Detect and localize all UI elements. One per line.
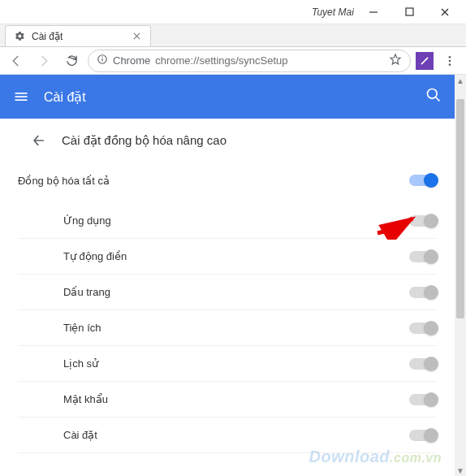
sync-item-toggle[interactable] [409, 287, 437, 298]
menu-button[interactable] [438, 50, 461, 72]
svg-rect-3 [101, 57, 102, 58]
scroll-up-arrow-icon[interactable]: ▲ [455, 75, 466, 86]
sync-all-toggle[interactable] [409, 175, 437, 186]
sync-item-toggle[interactable] [409, 430, 437, 441]
back-arrow-icon[interactable] [31, 132, 47, 149]
tab-close-button[interactable] [131, 31, 142, 42]
hamburger-icon[interactable] [13, 89, 29, 105]
sync-subheader: Cài đặt đồng bộ hóa nâng cao [0, 119, 455, 162]
sync-item-toggle[interactable] [409, 215, 437, 227]
sync-item-row: Tiện ích [18, 310, 437, 346]
vertical-scrollbar[interactable]: ▲ ▼ [455, 75, 466, 476]
reload-button[interactable] [60, 50, 83, 72]
back-button[interactable] [5, 50, 28, 72]
settings-header-title: Cài đặt [44, 89, 86, 105]
extension-icon[interactable] [416, 52, 434, 70]
sync-item-toggle[interactable] [409, 251, 437, 262]
gear-icon [14, 31, 25, 42]
sync-item-toggle[interactable] [409, 358, 437, 370]
svg-rect-7 [15, 93, 28, 94]
star-icon[interactable] [389, 53, 402, 68]
sync-item-toggle[interactable] [409, 394, 437, 405]
sync-item-row: Lịch sử [18, 346, 437, 382]
sync-item-row: Dấu trang [18, 275, 437, 310]
svg-point-5 [449, 59, 451, 62]
svg-rect-9 [15, 99, 28, 101]
tab-strip: Cài đặt [0, 24, 466, 47]
svg-rect-2 [101, 58, 102, 62]
forward-button[interactable] [32, 50, 55, 72]
address-bar: Chrome chrome://settings/syncSetup [0, 47, 466, 75]
sync-item-toggle[interactable] [409, 322, 437, 334]
window-minimize-button[interactable] [356, 1, 391, 24]
sync-item-row: Cài đặt [18, 418, 437, 453]
browser-tab[interactable]: Cài đặt [5, 25, 151, 46]
sync-all-label: Đồng bộ hóa tất cả [18, 175, 110, 187]
scrollbar-thumb[interactable] [456, 99, 464, 318]
omnibox-secure-label: Chrome [113, 54, 150, 67]
sync-all-row: Đồng bộ hóa tất cả [18, 162, 437, 198]
svg-rect-8 [15, 96, 28, 97]
sync-item-label: Mật khẩu [18, 393, 108, 405]
svg-rect-0 [406, 8, 413, 15]
svg-point-10 [428, 89, 438, 99]
sync-item-row: Tự động điền [18, 239, 437, 275]
sync-item-label: Cài đặt [18, 429, 97, 441]
window-username: Tuyet Mai [312, 6, 354, 18]
sync-item-row: Mật khẩu [18, 382, 437, 418]
sync-item-label: Dấu trang [18, 286, 110, 298]
svg-point-6 [449, 63, 451, 66]
omnibox-url: chrome://settings/syncSetup [155, 54, 287, 67]
sync-item-label: Lịch sử [18, 357, 98, 370]
sync-item-label: Ứng dụng [18, 214, 111, 227]
sync-item-row: Ứng dụng [18, 203, 437, 239]
chrome-info-icon [97, 54, 108, 67]
omnibox[interactable]: Chrome chrome://settings/syncSetup [88, 50, 411, 72]
sync-item-label: Tự động điền [18, 250, 127, 262]
scroll-down-arrow-icon[interactable]: ▼ [455, 465, 466, 476]
search-icon[interactable] [425, 87, 442, 106]
sync-subtitle: Cài đặt đồng bộ hóa nâng cao [62, 133, 227, 148]
settings-header: Cài đặt [0, 75, 455, 119]
sync-item-label: Tiện ích [18, 322, 101, 334]
tab-title: Cài đặt [32, 31, 63, 42]
window-close-button[interactable] [427, 1, 463, 24]
sync-settings-list: Đồng bộ hóa tất cả Ứng dụng Tự động điền… [0, 162, 455, 453]
svg-point-4 [449, 56, 451, 58]
window-titlebar: Tuyet Mai [0, 0, 466, 24]
window-maximize-button[interactable] [391, 1, 427, 24]
